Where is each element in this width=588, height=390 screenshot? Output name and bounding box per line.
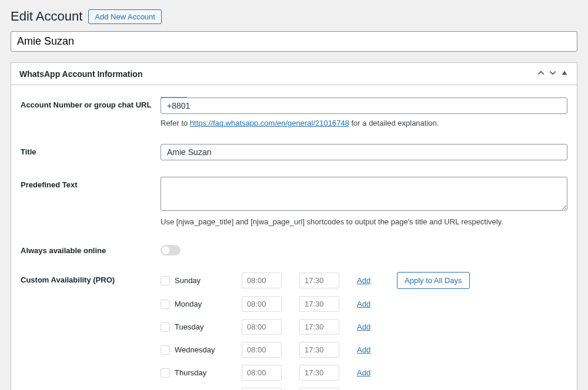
apply-to-all-days-button[interactable]: Apply to All Days: [397, 272, 470, 289]
time-from-input[interactable]: [242, 319, 282, 335]
add-new-account-button[interactable]: Add New Account: [88, 9, 162, 24]
day-name: Sunday: [175, 276, 201, 285]
chevron-up-icon[interactable]: [537, 69, 545, 79]
add-time-link[interactable]: Add: [357, 322, 386, 331]
triangle-up-icon[interactable]: [560, 69, 569, 79]
time-to-input[interactable]: [299, 296, 339, 312]
add-time-link[interactable]: Add: [357, 368, 386, 377]
day-row: Thursday: [161, 368, 231, 378]
day-checkbox[interactable]: [161, 300, 170, 309]
day-checkbox[interactable]: [161, 322, 170, 332]
day-checkbox[interactable]: [161, 368, 170, 378]
time-from-input[interactable]: [242, 365, 282, 381]
day-row: Tuesday: [161, 322, 231, 332]
chevron-down-icon[interactable]: [549, 69, 557, 79]
day-checkbox[interactable]: [161, 345, 170, 355]
account-number-label: Account Number or group chat URL: [21, 97, 156, 109]
title-label: Title: [21, 144, 156, 156]
time-to-input[interactable]: [299, 342, 339, 358]
time-from-input[interactable]: [242, 388, 282, 390]
time-to-input[interactable]: [299, 388, 339, 390]
add-time-link[interactable]: Add: [357, 276, 386, 285]
day-name: Tuesday: [175, 322, 203, 331]
time-to-input[interactable]: [299, 365, 339, 381]
day-row: Monday: [161, 300, 231, 309]
time-from-input[interactable]: [242, 296, 282, 312]
time-to-input[interactable]: [299, 273, 339, 288]
day-checkbox[interactable]: [161, 276, 170, 285]
predefined-text-label: Predefined Text: [21, 177, 156, 189]
account-number-hint-suffix: for a detailed explanation.: [349, 119, 439, 127]
day-name: Thursday: [175, 368, 206, 377]
page-title: Edit Account: [11, 9, 82, 24]
day-row: Sunday: [161, 276, 231, 285]
account-number-hint-link[interactable]: https://faq.whatsapp.com/en/general/2101…: [190, 119, 349, 127]
time-to-input[interactable]: [299, 319, 339, 335]
day-row: Wednesday: [161, 345, 231, 355]
always-online-label: Always available online: [21, 243, 156, 255]
day-name: Wednesday: [175, 345, 215, 354]
predefined-text-hint: Use [njwa_page_title] and [njwa_page_url…: [161, 217, 567, 226]
add-time-link[interactable]: Add: [357, 300, 386, 308]
account-name-input[interactable]: [11, 31, 577, 52]
day-name: Monday: [175, 300, 202, 308]
title-input[interactable]: [161, 144, 567, 160]
time-from-input[interactable]: [242, 273, 282, 288]
custom-availability-label: Custom Availability (PRO): [21, 272, 156, 284]
account-number-input[interactable]: [161, 98, 567, 114]
always-online-toggle[interactable]: [161, 245, 181, 255]
account-number-hint-prefix: Refer to: [161, 119, 190, 127]
whatsapp-account-panel: WhatsApp Account Information Account Num…: [11, 62, 577, 390]
panel-title: WhatsApp Account Information: [19, 69, 142, 79]
predefined-text-input[interactable]: [161, 177, 567, 211]
add-time-link[interactable]: Add: [357, 345, 386, 354]
time-from-input[interactable]: [242, 342, 282, 358]
